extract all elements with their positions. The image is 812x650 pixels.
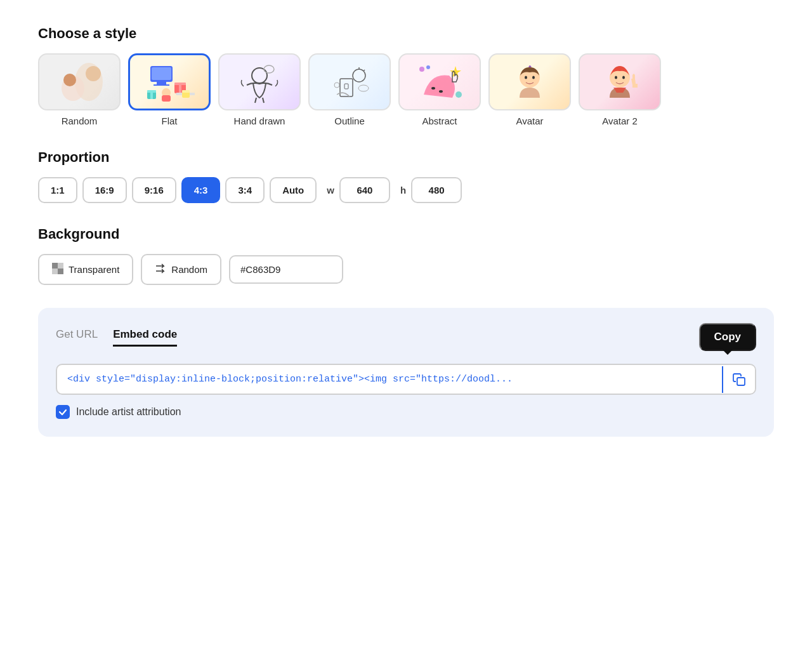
tab-embed-code[interactable]: Embed code <box>113 328 177 347</box>
attribution-label: Include artist attribution <box>76 406 181 418</box>
style-card-img-abstract <box>398 53 481 110</box>
width-label: w <box>327 185 334 196</box>
svg-rect-5 <box>152 67 171 80</box>
style-card-avatar2[interactable]: Avatar 2 <box>579 53 661 126</box>
proportion-btn-auto[interactable]: Auto <box>270 177 317 203</box>
svg-point-31 <box>439 90 443 93</box>
svg-rect-44 <box>52 269 58 274</box>
style-card-label-handdrawn: Hand drawn <box>234 116 285 126</box>
svg-rect-6 <box>157 82 166 84</box>
random-label: Random <box>171 264 207 275</box>
style-card-abstract[interactable]: Abstract <box>398 53 481 126</box>
copy-icon-button[interactable] <box>722 366 755 393</box>
svg-point-3 <box>63 74 76 86</box>
svg-rect-42 <box>52 263 58 269</box>
style-card-img-handdrawn <box>218 53 301 110</box>
svg-point-41 <box>622 76 625 79</box>
random-button[interactable]: Random <box>141 254 221 285</box>
copy-tooltip: Copy <box>699 323 757 351</box>
style-card-avatar[interactable]: Avatar <box>488 53 571 126</box>
svg-point-35 <box>455 91 462 98</box>
tab-get-url[interactable]: Get URL <box>56 328 98 346</box>
svg-rect-24 <box>344 84 348 89</box>
attribution-row: Include artist attribution <box>56 405 756 419</box>
background-section: Background Transparent Random <box>38 226 774 285</box>
proportion-btn-4-3[interactable]: 4:3 <box>181 177 221 203</box>
style-card-label-avatar2: Avatar 2 <box>602 116 638 126</box>
svg-point-38 <box>532 76 535 79</box>
proportion-btn-16-9[interactable]: 16:9 <box>82 177 127 203</box>
svg-point-37 <box>525 76 527 79</box>
transparent-label: Transparent <box>69 264 119 275</box>
svg-rect-45 <box>58 269 63 274</box>
svg-point-34 <box>426 65 430 69</box>
proportion-title: Proportion <box>38 149 774 166</box>
height-label: h <box>400 185 406 196</box>
style-card-flat[interactable]: Flat <box>128 53 211 126</box>
style-card-label-avatar: Avatar <box>516 116 543 126</box>
proportion-controls: 1:1 16:9 9:16 4:3 3:4 Auto w h <box>38 177 774 203</box>
transparent-button[interactable]: Transparent <box>38 254 133 285</box>
svg-rect-46 <box>737 378 745 385</box>
random-icon <box>155 263 166 276</box>
svg-point-33 <box>419 67 424 72</box>
svg-point-28 <box>334 83 339 88</box>
svg-point-40 <box>615 76 617 79</box>
svg-rect-10 <box>179 83 181 93</box>
svg-rect-16 <box>150 90 153 99</box>
svg-point-29 <box>358 85 369 91</box>
embed-tabs: Get URL Embed code Copy <box>56 323 756 351</box>
color-input[interactable] <box>229 255 343 284</box>
svg-point-30 <box>431 87 435 90</box>
proportion-btn-9-16[interactable]: 9:16 <box>132 177 176 203</box>
svg-point-22 <box>264 65 274 73</box>
style-section: Choose a style Random <box>38 25 774 126</box>
style-card-img-flat <box>128 53 211 110</box>
background-title: Background <box>38 226 774 242</box>
svg-line-20 <box>255 98 256 103</box>
attribution-checkbox[interactable] <box>56 405 70 419</box>
svg-marker-32 <box>450 66 461 77</box>
svg-rect-7 <box>154 84 169 86</box>
style-card-outline[interactable]: Outline <box>308 53 391 126</box>
style-card-label-outline: Outline <box>334 116 365 126</box>
embed-code-row: <div style="display:inline-block;positio… <box>56 364 756 395</box>
copy-button[interactable]: Copy <box>699 323 757 351</box>
style-card-label-random: Random <box>62 116 98 126</box>
style-card-label-abstract: Abstract <box>422 116 457 126</box>
style-card-img-avatar2 <box>579 53 661 110</box>
background-controls: Transparent Random <box>38 254 774 285</box>
proportion-section: Proportion 1:1 16:9 9:16 4:3 3:4 Auto w … <box>38 149 774 203</box>
style-cards-container: Random <box>38 53 774 126</box>
style-card-img-outline <box>308 53 391 110</box>
style-card-img-random <box>38 53 121 110</box>
proportion-btn-1-1[interactable]: 1:1 <box>38 177 77 203</box>
proportion-btn-3-4[interactable]: 3:4 <box>225 177 265 203</box>
style-title: Choose a style <box>38 25 774 42</box>
svg-point-19 <box>252 68 267 83</box>
svg-rect-43 <box>58 263 63 269</box>
embed-code-text: <div style="display:inline-block;positio… <box>57 365 722 394</box>
svg-rect-18 <box>182 90 190 93</box>
transparent-icon <box>52 263 63 276</box>
svg-point-1 <box>86 66 101 81</box>
width-input[interactable] <box>339 177 390 203</box>
style-card-handdrawn[interactable]: Hand drawn <box>218 53 301 126</box>
svg-line-27 <box>363 70 365 71</box>
style-card-img-avatar <box>488 53 571 110</box>
svg-rect-13 <box>162 95 171 102</box>
height-input[interactable] <box>411 177 462 203</box>
embed-section: Get URL Embed code Copy <div style="disp… <box>38 308 774 437</box>
style-card-random[interactable]: Random <box>38 53 121 126</box>
style-card-label-flat: Flat <box>161 116 177 126</box>
svg-line-21 <box>263 98 264 103</box>
